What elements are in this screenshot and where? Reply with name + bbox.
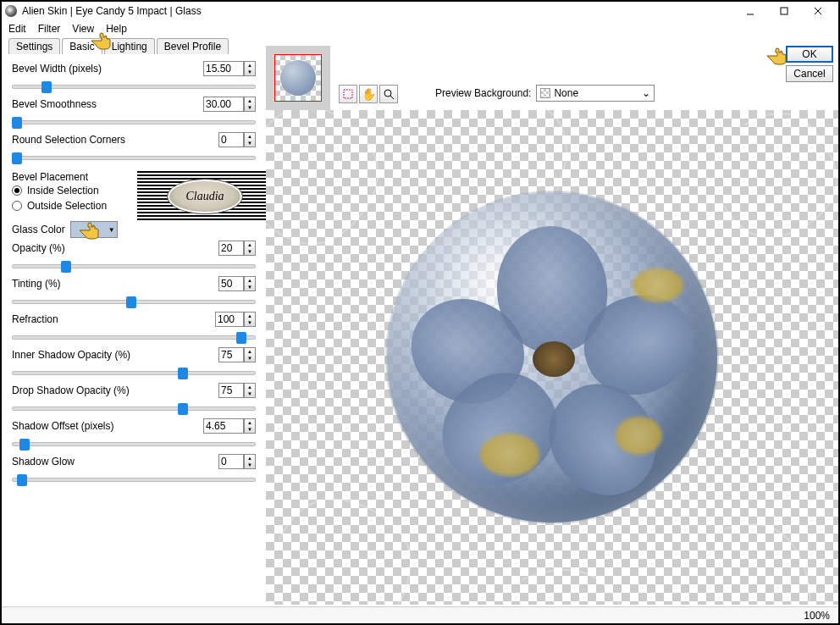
inside-selection-label: Inside Selection	[27, 185, 99, 196]
refraction-input[interactable]	[215, 312, 244, 327]
opacity-slider[interactable]	[12, 259, 256, 271]
bevel-width-label: Bevel Width (pixels)	[12, 63, 203, 75]
close-button[interactable]	[801, 3, 835, 19]
svg-point-5	[384, 90, 391, 97]
tab-settings[interactable]: Settings	[8, 38, 60, 54]
glass-preview-sphere	[387, 192, 717, 523]
bevel-width-spinner[interactable]: ▲▼	[244, 61, 256, 76]
bevel-smoothness-slider[interactable]	[12, 115, 256, 127]
drop-shadow-label: Drop Shadow Opacity (%)	[12, 384, 218, 396]
glass-color-label: Glass Color	[12, 224, 65, 235]
round-corners-label: Round Selection Corners	[12, 134, 218, 146]
preview-area: ✋ Preview Background: None OK Cancel	[266, 54, 838, 605]
shadow-glow-input[interactable]	[218, 454, 244, 469]
drop-shadow-slider[interactable]	[12, 401, 256, 413]
inner-shadow-slider[interactable]	[12, 366, 256, 378]
preview-background-value: None	[554, 87, 578, 99]
hand-cursor-icon	[90, 30, 113, 51]
shadow-offset-label: Shadow Offset (pixels)	[12, 420, 203, 432]
window-title: Alien Skin | Eye Candy 5 Impact | Glass	[22, 5, 733, 17]
opacity-spinner[interactable]: ▲▼	[244, 241, 256, 256]
refraction-slider[interactable]	[12, 330, 256, 342]
zoom-tool-icon[interactable]	[379, 85, 398, 103]
menu-filter[interactable]: Filter	[38, 23, 61, 35]
svg-rect-4	[344, 90, 352, 98]
outside-selection-label: Outside Selection	[27, 200, 107, 212]
bevel-smoothness-input[interactable]	[203, 97, 244, 112]
transparency-swatch-icon	[540, 88, 550, 98]
settings-panel: Bevel Width (pixels) ▲▼ Bevel Smoothness…	[2, 54, 266, 605]
cancel-button[interactable]: Cancel	[786, 65, 833, 82]
round-corners-spinner[interactable]: ▲▼	[244, 132, 256, 147]
minimize-button[interactable]	[733, 3, 767, 19]
refraction-spinner[interactable]: ▲▼	[244, 312, 256, 327]
selection-tool-icon[interactable]	[339, 85, 357, 103]
hand-cursor-icon	[78, 220, 102, 241]
shadow-offset-input[interactable]	[203, 418, 244, 434]
app-icon	[5, 5, 17, 17]
drop-shadow-spinner[interactable]: ▲▼	[244, 383, 256, 398]
tinting-label: Tinting (%)	[12, 278, 218, 290]
tab-bevel-profile[interactable]: Bevel Profile	[157, 38, 229, 54]
menu-bar: Edit Filter View Help	[2, 20, 838, 37]
bevel-smoothness-label: Bevel Smoothness	[12, 98, 203, 110]
preview-background-label: Preview Background:	[435, 87, 531, 99]
tinting-spinner[interactable]: ▲▼	[244, 276, 256, 291]
drop-shadow-input[interactable]	[218, 383, 244, 398]
refraction-label: Refraction	[12, 313, 215, 325]
radio-icon	[12, 185, 22, 196]
shadow-offset-slider[interactable]	[12, 437, 256, 449]
status-bar: 100%	[2, 606, 838, 623]
zoom-level: 100%	[804, 610, 830, 622]
title-bar: Alien Skin | Eye Candy 5 Impact | Glass	[2, 2, 838, 20]
tinting-slider[interactable]	[12, 295, 256, 307]
tab-bar: Settings Basic Lighting Bevel Profile	[2, 37, 838, 54]
watermark-stripes: Claudia	[137, 171, 273, 222]
preview-thumbnail[interactable]	[266, 46, 330, 110]
inner-shadow-spinner[interactable]: ▲▼	[244, 347, 256, 362]
tinting-input[interactable]	[218, 276, 244, 291]
shadow-glow-slider[interactable]	[12, 473, 256, 484]
claudia-badge: Claudia	[167, 179, 243, 214]
round-corners-slider[interactable]	[12, 151, 256, 163]
bevel-smoothness-spinner[interactable]: ▲▼	[244, 97, 256, 112]
ok-button[interactable]: OK	[786, 46, 833, 63]
opacity-input[interactable]	[218, 241, 244, 256]
hand-tool-icon[interactable]: ✋	[359, 85, 378, 103]
menu-edit[interactable]: Edit	[8, 23, 26, 35]
bevel-width-input[interactable]	[203, 61, 244, 76]
preview-canvas[interactable]	[266, 110, 838, 605]
bevel-width-slider[interactable]	[12, 80, 256, 91]
svg-rect-1	[781, 8, 788, 14]
inner-shadow-label: Inner Shadow Opacity (%)	[12, 349, 218, 361]
opacity-label: Opacity (%)	[12, 242, 218, 254]
svg-line-6	[390, 96, 394, 99]
preview-background-select[interactable]: None	[536, 85, 655, 102]
shadow-glow-label: Shadow Glow	[12, 456, 218, 467]
round-corners-input[interactable]	[218, 132, 244, 147]
inner-shadow-input[interactable]	[218, 347, 244, 362]
maximize-button[interactable]	[767, 3, 801, 19]
radio-icon	[12, 201, 22, 211]
shadow-offset-spinner[interactable]: ▲▼	[244, 418, 256, 434]
hand-cursor-icon	[765, 46, 789, 66]
shadow-glow-spinner[interactable]: ▲▼	[244, 454, 256, 469]
